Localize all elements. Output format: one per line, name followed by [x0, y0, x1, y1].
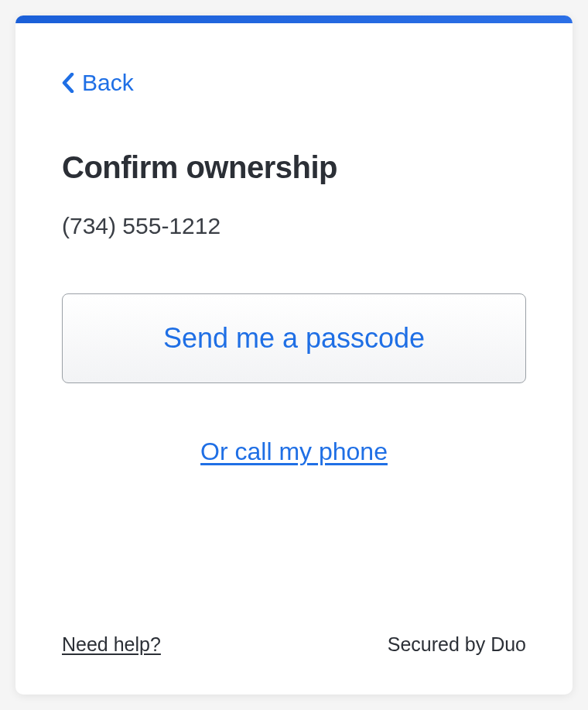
secured-by-label: Secured by Duo — [388, 633, 526, 656]
back-link[interactable]: Back — [62, 70, 134, 96]
page-title: Confirm ownership — [62, 150, 526, 185]
call-phone-link[interactable]: Or call my phone — [200, 437, 388, 466]
need-help-link[interactable]: Need help? — [62, 633, 161, 656]
card-content: Back Confirm ownership (734) 555-1212 Se… — [15, 23, 573, 633]
card-footer: Need help? Secured by Duo — [15, 633, 573, 695]
back-label: Back — [82, 70, 134, 96]
accent-bar — [15, 15, 573, 23]
phone-number-display: (734) 555-1212 — [62, 213, 526, 239]
auth-card: Back Confirm ownership (734) 555-1212 Se… — [15, 15, 573, 695]
chevron-left-icon — [62, 73, 74, 93]
send-passcode-button[interactable]: Send me a passcode — [62, 293, 526, 383]
